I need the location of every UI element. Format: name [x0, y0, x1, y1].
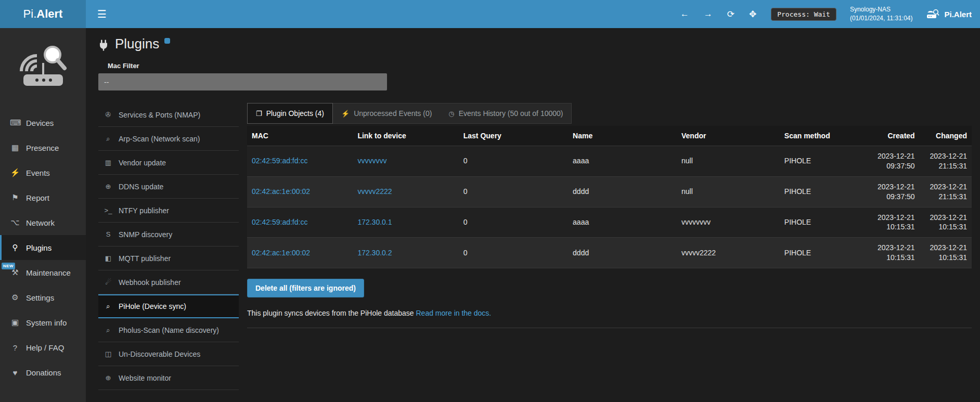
globe-icon: ⊕: [104, 183, 113, 190]
sidebar-item-maintenance[interactable]: NEW ⚒ Maintenance: [0, 260, 86, 285]
globe-icon: ⊕: [104, 374, 113, 382]
search-icon: ⌕: [104, 302, 113, 310]
plugin-item-label: Vendor update: [119, 159, 166, 167]
mac-link[interactable]: 02:42:ac:1e:00:02: [252, 187, 310, 196]
created-cell: 2023-12-21 10:15:31: [870, 207, 920, 238]
nav-expand-icon[interactable]: ✥: [749, 9, 756, 20]
sidebar-item-presence[interactable]: ▦ Presence: [0, 135, 86, 160]
nav-forward-icon[interactable]: →: [704, 9, 713, 19]
mqtt-icon: ◧: [104, 254, 113, 262]
table-row: 02:42:59:ad:fd:cc vvvvvvvv 0 aaaa null P…: [247, 146, 972, 177]
sidebar-item-help-faq[interactable]: ? Help / FAQ: [0, 335, 86, 360]
name-cell: dddd: [568, 176, 677, 207]
device-link[interactable]: vvvvv2222: [357, 187, 392, 196]
sidebar-item-donations[interactable]: ♥ Donations: [0, 360, 86, 385]
plugin-item-ntfy[interactable]: >_ NTFY publisher: [98, 199, 239, 223]
plugin-item-webhook[interactable]: ☄ Webhook publisher: [98, 270, 239, 294]
page-title: Plugins: [115, 36, 159, 51]
app-logo: [0, 28, 86, 110]
last-query-cell: 0: [459, 146, 568, 177]
device-link[interactable]: 172.30.0.1: [357, 218, 392, 226]
plugins-help-badge[interactable]: [164, 38, 170, 44]
plugin-list: ✇ Services & Ports (NMAP) ⌕ Arp-Scan (Ne…: [98, 103, 239, 390]
plugin-item-mqtt[interactable]: ◧ MQTT publisher: [98, 247, 239, 270]
mac-link[interactable]: 02:42:ac:1e:00:02: [252, 249, 310, 257]
plug-icon: ⚲: [10, 243, 20, 252]
tab-plugin-objects[interactable]: ❐ Plugin Objects (4): [247, 103, 333, 124]
hamburger-menu-icon[interactable]: ☰: [97, 9, 107, 19]
col-header-scan-method: Scan method: [780, 126, 870, 146]
mac-filter-input[interactable]: [98, 73, 387, 90]
plugin-item-arpscan[interactable]: ⌕ Arp-Scan (Network scan): [98, 127, 239, 151]
page-header: Plugins: [86, 28, 980, 51]
main-content: Plugins Mac Filter ✇ Services & Ports (N…: [86, 28, 980, 402]
brand-logo[interactable]: Pi.Alert: [0, 0, 86, 28]
mac-link[interactable]: 02:42:59:ad:fd:cc: [252, 157, 307, 165]
col-header-created: Created: [870, 126, 920, 146]
question-icon: ?: [10, 343, 20, 352]
sidebar-item-label: Settings: [26, 293, 54, 302]
delete-all-button[interactable]: Delete all (filters are ignored): [247, 279, 364, 297]
vendor-cell: vvvvvvvv: [677, 207, 780, 238]
plugin-description-text: This plugin syncs devices from the PiHol…: [247, 309, 414, 317]
router-scan-logo-icon: [14, 44, 72, 94]
nav-refresh-icon[interactable]: ⟳: [727, 9, 734, 20]
sidebar-item-report[interactable]: ⚑ Report: [0, 185, 86, 210]
plugin-item-nmap[interactable]: ✇ Services & Ports (NMAP): [98, 103, 239, 127]
vendor-cell: null: [677, 146, 780, 177]
plugin-item-pholus[interactable]: ⌕ Pholus-Scan (Name discovery): [98, 318, 239, 342]
sitemap-icon: ⌥: [10, 218, 20, 227]
device-link[interactable]: vvvvvvvv: [357, 157, 386, 165]
plug-title-icon: [97, 39, 110, 51]
plugin-item-label: NTFY publisher: [119, 206, 169, 215]
last-query-cell: 0: [459, 176, 568, 207]
mac-link[interactable]: 02:42:59:ad:fd:cc: [252, 218, 307, 226]
changed-cell: 2023-12-21 10:15:31: [920, 207, 972, 238]
col-header-changed: Changed: [920, 126, 972, 146]
tab-label: Events History (50 out of 10000): [459, 109, 563, 118]
sidebar-item-network[interactable]: ⌥ Network: [0, 210, 86, 235]
sidebar-item-label: System info: [26, 318, 67, 327]
plugins-layout: ✇ Services & Ports (NMAP) ⌕ Arp-Scan (Ne…: [86, 90, 980, 390]
sidebar-item-label: Help / FAQ: [26, 343, 64, 352]
scan-method-cell: PIHOLE: [780, 146, 870, 177]
plugin-item-label: Arp-Scan (Network scan): [119, 135, 200, 143]
terminal-icon: >_: [104, 206, 113, 214]
last-query-cell: 0: [459, 207, 568, 238]
last-query-cell: 0: [459, 238, 568, 268]
bolt-icon: ⚡: [10, 168, 20, 177]
plugin-item-vendor-update[interactable]: ▥ Vendor update: [98, 151, 239, 175]
device-link[interactable]: 172.30.0.2: [357, 249, 392, 257]
plugin-item-label: Services & Ports (NMAP): [119, 111, 200, 119]
host-info: Synology-NAS (01/01/2024, 11:31:04): [850, 5, 913, 23]
sidebar-item-system-info[interactable]: ▣ System info: [0, 310, 86, 335]
created-cell: 2023-12-21 10:15:31: [870, 238, 920, 268]
sidebar-item-label: Events: [26, 168, 50, 177]
tab-events-history[interactable]: ◷ Events History (50 out of 10000): [440, 103, 571, 123]
sidebar-menu: ⌨ Devices ▦ Presence ⚡ Events ⚑ Report ⌥…: [0, 110, 86, 385]
plugin-item-snmp[interactable]: S SNMP discovery: [98, 223, 239, 247]
col-header-vendor: Vendor: [677, 126, 780, 146]
plugin-item-pihole[interactable]: ⌕ PiHole (Device sync): [98, 294, 239, 318]
plugin-item-undiscoverable[interactable]: ◫ Un-Discoverable Devices: [98, 342, 239, 366]
sidebar-item-devices[interactable]: ⌨ Devices: [0, 110, 86, 135]
tab-unprocessed-events[interactable]: ⚡ Unprocessed Events (0): [333, 103, 440, 123]
user-menu[interactable]: Pi.Alert: [926, 8, 972, 20]
bar-chart-icon: ▥: [104, 159, 113, 166]
sidebar-item-plugins[interactable]: ⚲ Plugins: [0, 235, 86, 260]
sidebar-item-events[interactable]: ⚡ Events: [0, 160, 86, 185]
system-info-icon: ▣: [10, 318, 20, 327]
changed-cell: 2023-12-21 10:15:31: [920, 238, 972, 268]
bolt-icon: ⚡: [341, 110, 350, 118]
plugin-item-website-monitor[interactable]: ⊕ Website monitor: [98, 366, 239, 390]
col-header-mac: MAC: [247, 126, 353, 146]
sidebar-item-settings[interactable]: ⚙ Settings: [0, 285, 86, 310]
plugin-objects-table: MAC Link to device Last Query Name Vendo…: [247, 126, 972, 268]
plugin-item-ddns[interactable]: ⊕ DDNS update: [98, 175, 239, 199]
nav-back-icon[interactable]: ←: [680, 9, 689, 19]
heart-icon: ♥: [10, 368, 20, 377]
plugin-item-label: Pholus-Scan (Name discovery): [119, 326, 219, 334]
brand-suffix: Alert: [36, 7, 62, 21]
docs-link[interactable]: Read more in the docs.: [416, 309, 492, 317]
sidebar: ⌨ Devices ▦ Presence ⚡ Events ⚑ Report ⌥…: [0, 28, 86, 402]
